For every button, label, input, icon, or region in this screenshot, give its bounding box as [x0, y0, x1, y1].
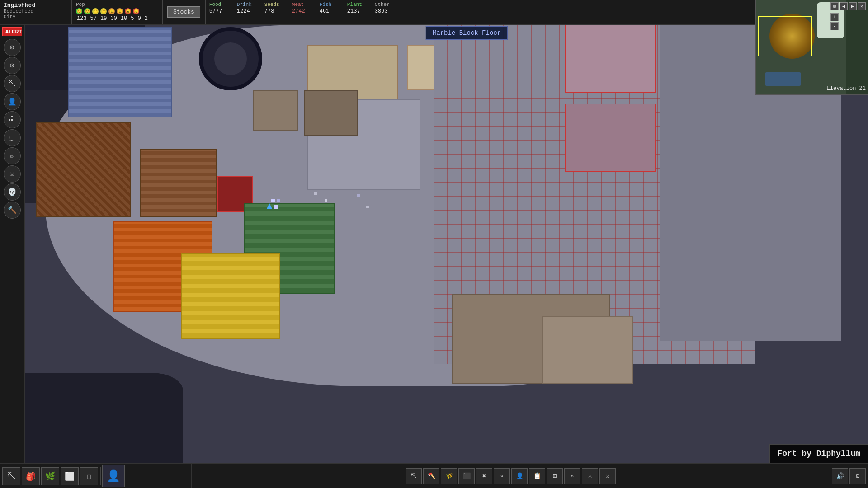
pop-label: Pop — [76, 2, 158, 7]
alert-tool-btn[interactable]: ⚠ — [582, 468, 598, 484]
zones-icon: ⬚ — [10, 133, 14, 142]
fort-credit: Fort by Diphyllum — [769, 444, 868, 463]
bottom-center-tools: ⛏ 🪓 🌾 ⬛ ✖ » 👤 📋 ⊞ » ⚠ — [192, 468, 830, 484]
tool-nature-btn[interactable]: 🌿 — [41, 467, 59, 485]
portrait-tool-btn[interactable]: 👤 — [511, 468, 528, 484]
unit-5 — [325, 199, 327, 202]
bottom-left-tools: ⛏ 🎒 🌿 ⬜ ◻ — [0, 467, 101, 485]
sidebar-workshop[interactable]: 🔨 — [4, 202, 21, 219]
center-tool-1[interactable]: ⛏ — [406, 468, 422, 484]
no-symbol-icon-2: ⊘ — [10, 61, 14, 70]
workshop-center — [253, 90, 298, 131]
more-tools-2-btn[interactable]: » — [564, 468, 580, 484]
dwarf-portrait-icon: 👤 — [107, 469, 120, 483]
sidebar-dig[interactable]: ⛏ — [4, 75, 21, 92]
zoom-out-btn[interactable]: - — [830, 22, 839, 30]
resources-section: Food Drink Seeds Meat Fish Plant Other 5… — [206, 0, 800, 24]
resource-values: 5777 1224 778 2742 461 2137 3893 — [209, 8, 796, 14]
pop-num-5: 10 — [121, 15, 127, 22]
minimap-grid-btn[interactable]: ⊞ — [830, 2, 839, 10]
pop-icon-3: 😐 — [92, 8, 99, 14]
sidebar-units[interactable]: 👤 — [4, 93, 21, 110]
br-tool-1[interactable]: 🔊 — [832, 468, 848, 484]
pop-icon-7: 😠 — [125, 8, 131, 14]
unit-1 — [271, 199, 275, 202]
circular-building — [199, 27, 262, 90]
workshop-icon: 🔨 — [8, 206, 17, 215]
bottom-toolbar: ⛏ 🎒 🌿 ⬜ ◻ 👤 ⛏ 🪓 🌾 ⬛ — [0, 463, 868, 488]
sidebar-no-symbol-1[interactable]: ⊘ — [4, 39, 21, 56]
br-tool-2-icon: ⚙ — [856, 472, 859, 480]
grid-btn[interactable]: ⊞ — [547, 468, 563, 484]
pop-icon-2: 😊 — [84, 8, 90, 14]
more-tools-btn[interactable]: » — [494, 468, 510, 484]
seeds-value: 778 — [264, 8, 285, 14]
tool-portrait-area: 👤 — [101, 464, 192, 488]
tool-pack-btn[interactable]: 🎒 — [22, 467, 40, 485]
zone-pink-right — [565, 25, 656, 93]
alert-button[interactable]: ALERT — [2, 27, 22, 36]
minimap-next-btn[interactable]: ▶ — [849, 2, 857, 10]
center-tool-1-icon: ⛏ — [410, 473, 417, 480]
sidebar-dead[interactable]: 💀 — [4, 183, 21, 201]
br-tool-2[interactable]: ⚙ — [849, 468, 866, 484]
selected-unit — [267, 203, 272, 209]
units-icon: 👤 — [8, 97, 17, 106]
zone-brown-mid — [140, 149, 217, 217]
backpack-icon: 🎒 — [26, 471, 36, 481]
combat-tool-btn[interactable]: ⚔ — [599, 468, 616, 484]
stocks-section[interactable]: Stocks — [163, 0, 206, 24]
zoom-controls: + - — [830, 13, 866, 30]
fort-credit-text: Fort by Diphyllum — [777, 449, 860, 458]
meat-value: 2742 — [292, 8, 312, 14]
portrait-icon: 👤 — [516, 472, 524, 480]
sidebar-designate[interactable]: ✏ — [4, 147, 21, 164]
sidebar-military[interactable]: ⚔ — [4, 165, 21, 183]
game-map[interactable] — [0, 0, 868, 488]
pop-values-row: 😊 😊 😐 😐 😟 😟 😠 😠 — [76, 8, 158, 14]
seeds-label: Seeds — [264, 2, 285, 7]
tool-erase-btn[interactable]: ◻ — [80, 467, 98, 485]
pop-icon-1: 😊 — [76, 8, 82, 14]
stocks-button[interactable]: Stocks — [167, 6, 200, 18]
population-section: Pop 😊 😊 😐 😐 😟 😟 😠 😠 123 57 19 30 10 5 0 … — [72, 0, 163, 24]
zoom-in-btn[interactable]: + — [830, 13, 839, 21]
elevation-display: Elevation 21 — [827, 85, 866, 92]
pop-num-3: 19 — [100, 15, 107, 22]
announcements-btn[interactable]: 📋 — [529, 468, 545, 484]
center-tool-3-icon: 🌾 — [445, 472, 453, 480]
center-tool-5[interactable]: ✖ — [476, 468, 492, 484]
center-tool-3[interactable]: 🌾 — [441, 468, 457, 484]
dig-icon: ⛏ — [9, 80, 16, 88]
unit-6 — [357, 194, 360, 197]
food-label: Food — [209, 2, 230, 7]
pop-numbers-row: 123 57 19 30 10 5 0 2 — [76, 15, 158, 22]
drink-label: Drink — [237, 2, 257, 7]
minimap-prev-btn[interactable]: ◀ — [840, 2, 848, 10]
nature-icon: 🌿 — [45, 471, 55, 481]
sidebar-no-symbol-2[interactable]: ⊘ — [4, 57, 21, 74]
erase-icon: ◻ — [87, 471, 92, 481]
tool-dig-btn[interactable]: ⛏ — [2, 467, 20, 485]
combat-icon: ⚔ — [606, 472, 609, 480]
pop-num-4: 30 — [110, 15, 117, 22]
alert-icon: ⚠ — [588, 472, 592, 480]
unit-3 — [274, 205, 278, 209]
tool-block-btn[interactable]: ⬜ — [61, 467, 79, 485]
other-value: 3893 — [375, 8, 395, 14]
grid-icon: ⊞ — [553, 472, 557, 480]
fish-value: 461 — [320, 8, 340, 14]
minimap-close-btn[interactable]: ✕ — [858, 2, 866, 10]
center-tool-4[interactable]: ⬛ — [458, 468, 475, 484]
left-sidebar: ALERT ⊘ ⊘ ⛏ 👤 🏛 ⬚ ✏ ⚔ 💀 🔨 — [0, 25, 25, 463]
sidebar-buildings[interactable]: 🏛 — [4, 111, 21, 128]
center-tool-2[interactable]: 🪓 — [423, 468, 439, 484]
fort-class: City — [4, 14, 68, 19]
fish-label: Fish — [320, 2, 340, 7]
more-2-icon: » — [571, 474, 574, 479]
plant-value: 2137 — [347, 8, 368, 14]
more-icon: » — [500, 474, 504, 479]
pop-num-8: 2 — [145, 15, 148, 22]
sidebar-zones[interactable]: ⬚ — [4, 129, 21, 146]
zone-gold-fields — [181, 253, 280, 339]
